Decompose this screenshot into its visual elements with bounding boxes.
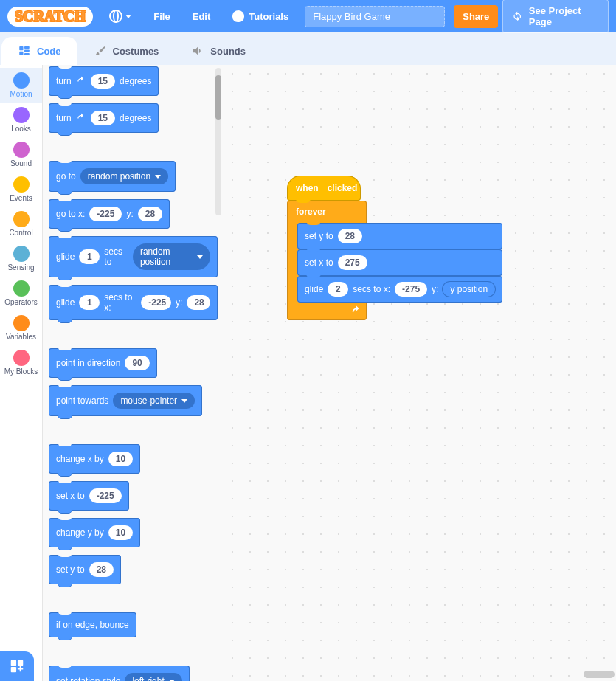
script-set-x[interactable]: set x to 275 [297, 249, 502, 276]
block-goto[interactable]: go to random position [49, 161, 176, 192]
category-motion[interactable]: Motion [0, 68, 42, 103]
caret-icon [125, 15, 131, 18]
script-stack[interactable]: when clicked forever set y to 28 set x t… [287, 176, 367, 320]
category-column: Motion Looks Sound Events Control Sensin… [0, 65, 43, 681]
lightbulb-icon [232, 10, 244, 22]
tab-code[interactable]: Code [1, 37, 77, 65]
edit-menu[interactable]: Edit [182, 0, 221, 32]
language-menu[interactable] [99, 0, 142, 32]
category-myblocks[interactable]: My Blocks [0, 345, 42, 380]
category-sensing[interactable]: Sensing [0, 241, 42, 276]
turn-cw-icon [76, 76, 86, 86]
block-bounce[interactable]: if on edge, bounce [49, 612, 136, 637]
tab-sounds[interactable]: Sounds [175, 37, 262, 65]
top-menubar: SCRATCH File Edit Tutorials Share See Pr… [0, 0, 616, 32]
block-forever[interactable]: forever set y to 28 set x to 275 glide [287, 201, 367, 320]
script-glide[interactable]: glide 2 secs to x: -275 y: y position [297, 276, 502, 303]
block-palette[interactable]: turn 15 degrees turn 15 degrees go to ra… [43, 65, 224, 681]
sound-icon [191, 44, 204, 58]
block-glidexy[interactable]: glide 1 secs to x: -225 y: 28 [49, 285, 218, 320]
point-towards-dropdown[interactable]: mouse-pointer [113, 393, 195, 409]
svg-rect-3 [24, 50, 30, 52]
editor-tabs: Code Costumes Sounds [0, 32, 616, 65]
rotation-style-dropdown[interactable]: left-right [125, 673, 181, 681]
category-control[interactable]: Control [0, 207, 42, 241]
project-title-input[interactable] [305, 6, 445, 27]
editor-main: Motion Looks Sound Events Control Sensin… [0, 65, 616, 681]
svg-rect-6 [18, 660, 23, 666]
svg-rect-2 [24, 46, 30, 49]
script-workspace[interactable]: when clicked forever set y to 28 set x t… [224, 65, 616, 681]
block-point-direction[interactable]: point in direction 90 [49, 348, 157, 378]
script-set-y[interactable]: set y to 28 [297, 223, 502, 249]
block-point-towards[interactable]: point towards mouse-pointer [49, 385, 202, 416]
refresh-icon [512, 10, 522, 22]
block-set-x[interactable]: set x to -225 [49, 481, 129, 511]
share-button[interactable]: Share [454, 5, 498, 28]
goto-dropdown[interactable]: random position [80, 168, 168, 184]
svg-rect-4 [24, 53, 30, 55]
category-events[interactable]: Events [0, 172, 42, 207]
svg-rect-1 [19, 52, 23, 55]
block-change-x[interactable]: change x by 10 [49, 444, 140, 474]
category-sound[interactable]: Sound [0, 137, 42, 172]
category-looks[interactable]: Looks [0, 103, 42, 137]
tutorials-button[interactable]: Tutorials [222, 0, 299, 32]
block-set-y[interactable]: set y to 28 [49, 555, 121, 584]
scratch-logo[interactable]: SCRATCH [7, 7, 93, 27]
category-variables[interactable]: Variables [0, 311, 42, 345]
block-change-y[interactable]: change y by 10 [49, 518, 140, 547]
category-operators[interactable]: Operators [0, 276, 42, 311]
file-menu[interactable]: File [143, 0, 180, 32]
block-turn-ccw[interactable]: turn 15 degrees [49, 103, 159, 133]
extension-button[interactable] [0, 651, 34, 681]
script-y-position-reporter[interactable]: y position [443, 282, 495, 297]
palette-scrollbar-thumb[interactable] [215, 75, 221, 120]
svg-rect-0 [19, 46, 23, 50]
block-when-flag-clicked[interactable]: when clicked [287, 176, 361, 201]
block-glide[interactable]: glide 1 secs to random position [49, 236, 218, 277]
svg-rect-7 [11, 667, 16, 672]
turn-ccw-icon [76, 113, 86, 123]
palette-scrollbar[interactable] [215, 68, 221, 215]
block-turn-cw[interactable]: turn 15 degrees [49, 66, 159, 96]
glide-dropdown[interactable]: random position [133, 243, 210, 270]
see-project-page-button[interactable]: See Project Page [502, 0, 609, 33]
code-icon [18, 44, 31, 58]
block-rotation-style[interactable]: set rotation style left-right [49, 666, 190, 681]
tab-costumes[interactable]: Costumes [77, 37, 176, 65]
block-gotoxy[interactable]: go to x: -225 y: 28 [49, 199, 170, 229]
loop-arrow-icon [350, 305, 362, 316]
svg-rect-5 [11, 660, 16, 666]
extension-icon [9, 658, 25, 674]
brush-icon [94, 44, 107, 58]
stage-resize-handle[interactable] [584, 671, 615, 678]
globe-icon [109, 10, 122, 23]
